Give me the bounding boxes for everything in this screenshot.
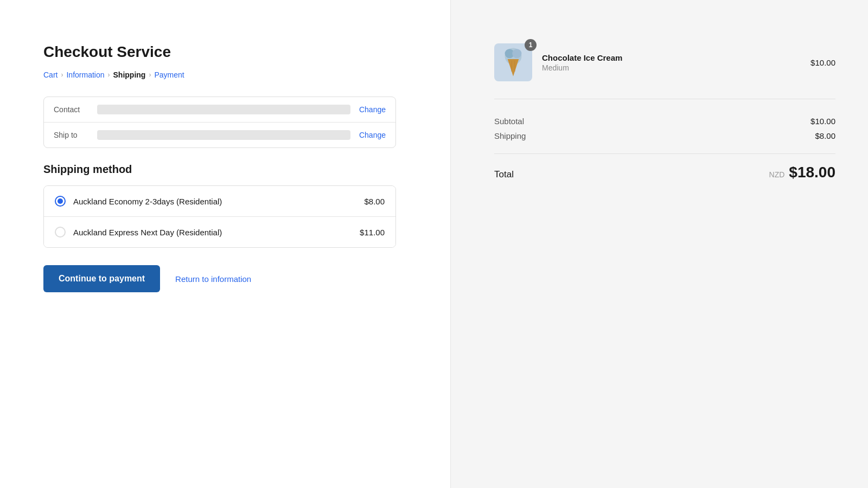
shipping-price-economy: $8.00 (364, 197, 385, 206)
product-name: Chocolate Ice Cream (542, 53, 810, 62)
breadcrumb-cart[interactable]: Cart (43, 70, 58, 79)
shipping-radio-economy-fill (58, 198, 63, 204)
shipto-change-link[interactable]: Change (359, 131, 386, 139)
shipping-label-express: Auckland Express Next Day (Residential) (73, 228, 360, 237)
svg-point-2 (512, 49, 521, 58)
breadcrumb-information[interactable]: Information (66, 70, 104, 79)
continue-to-payment-button[interactable]: Continue to payment (43, 265, 160, 292)
shipping-options-box: Auckland Economy 2-3days (Residential) $… (43, 185, 396, 248)
contact-row: Contact Change (44, 97, 395, 123)
totals-section: Subtotal $10.00 Shipping $8.00 (494, 117, 835, 140)
contact-label: Contact (54, 105, 97, 114)
return-to-information-link[interactable]: Return to information (175, 274, 251, 284)
svg-marker-4 (508, 59, 519, 76)
shipping-label-economy: Auckland Economy 2-3days (Residential) (73, 197, 364, 206)
shipto-value-placeholder (97, 130, 350, 140)
product-price: $10.00 (810, 58, 835, 67)
grand-total-amount: $18.00 (789, 164, 835, 181)
breadcrumb-sep-3: › (149, 71, 151, 79)
subtotal-amount: $10.00 (810, 117, 835, 126)
grand-total-label: Total (494, 169, 514, 180)
page-title: Checkout Service (43, 43, 396, 61)
grand-total-currency: NZD (769, 170, 785, 179)
breadcrumb-sep-2: › (108, 71, 110, 79)
shipping-option-express[interactable]: Auckland Express Next Day (Residential) … (44, 217, 395, 247)
product-variant: Medium (542, 63, 810, 72)
product-info: Chocolate Ice Cream Medium (542, 53, 810, 72)
shipto-label: Ship to (54, 131, 97, 139)
grand-total-row: Total NZD $18.00 (494, 164, 835, 181)
breadcrumb-payment: Payment (154, 70, 184, 79)
shipto-row: Ship to Change (44, 123, 395, 147)
shipping-radio-express[interactable] (55, 227, 66, 237)
product-quantity-badge: 1 (525, 39, 537, 51)
breadcrumb: Cart › Information › Shipping › Payment (43, 70, 396, 79)
contact-change-link[interactable]: Change (359, 105, 386, 114)
shipping-section-title: Shipping method (43, 163, 396, 176)
product-row: 1 Chocolate Ice Cream Medium $10.00 (494, 43, 835, 99)
totals-divider (494, 153, 835, 154)
shipping-total-row: Shipping $8.00 (494, 131, 835, 140)
contact-info-box: Contact Change Ship to Change (43, 97, 396, 148)
shipping-total-amount: $8.00 (815, 131, 835, 140)
shipping-total-label: Shipping (494, 131, 526, 140)
shipping-option-economy[interactable]: Auckland Economy 2-3days (Residential) $… (44, 186, 395, 217)
breadcrumb-shipping: Shipping (113, 70, 146, 79)
actions-row: Continue to payment Return to informatio… (43, 265, 396, 292)
subtotal-row: Subtotal $10.00 (494, 117, 835, 126)
left-panel: Checkout Service Cart › Information › Sh… (0, 0, 450, 488)
breadcrumb-sep-1: › (61, 71, 63, 79)
shipping-radio-economy[interactable] (55, 196, 66, 207)
shipping-price-express: $11.00 (360, 228, 385, 237)
product-image-wrap: 1 (494, 43, 532, 81)
grand-total-amount-wrap: NZD $18.00 (769, 164, 835, 181)
subtotal-label: Subtotal (494, 117, 524, 126)
product-image-svg (497, 46, 529, 79)
right-panel: 1 Chocolate Ice Cream Medium $10.00 Subt… (450, 0, 868, 488)
contact-value-placeholder (97, 105, 350, 114)
